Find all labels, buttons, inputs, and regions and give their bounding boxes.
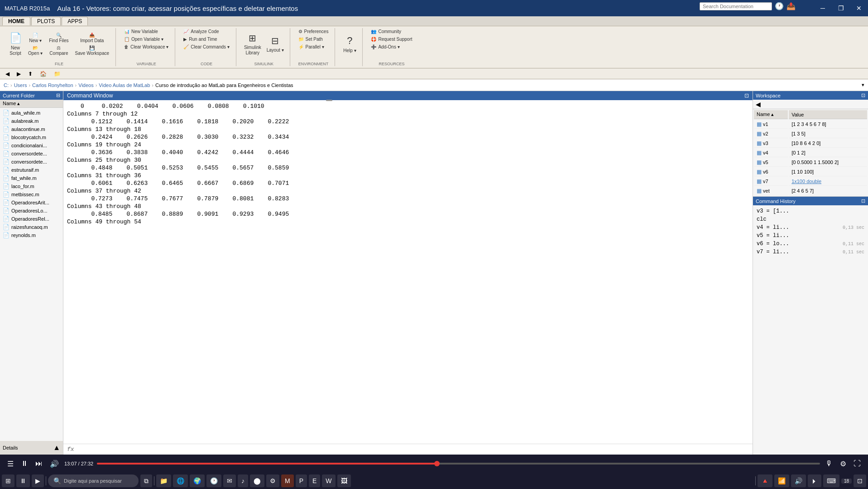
new-script-button[interactable]: 📄 NewScript xyxy=(6,28,24,60)
analyze-code-button[interactable]: 📈 Analyze Code xyxy=(181,28,221,35)
list-item[interactable]: 📄 condicionalani... xyxy=(1,141,62,150)
list-item[interactable]: 📄 raizesfuncaoq.m xyxy=(1,223,62,231)
taskbar-pause[interactable]: ⏸ xyxy=(16,474,30,487)
restore-button[interactable]: ❐ xyxy=(832,0,850,16)
settings-button[interactable]: ⚙ xyxy=(838,460,848,468)
nav-up-button[interactable]: ⬆ xyxy=(26,71,34,77)
list-item[interactable]: 📄 reynolds.m xyxy=(1,231,62,239)
list-item[interactable]: 📄 estruturaif.m xyxy=(1,166,62,174)
save-workspace-button[interactable]: 💾 Save Workspace xyxy=(72,44,112,57)
workspace-panel-icon[interactable]: ⊡ xyxy=(861,92,865,98)
tab-home[interactable]: HOME xyxy=(2,17,30,25)
mic-button[interactable]: 🎙 xyxy=(824,460,834,468)
word-taskbar-button[interactable]: W xyxy=(322,474,335,487)
find-files-button[interactable]: 🔍 Find Files xyxy=(46,32,71,44)
volume-button[interactable]: 🔊 xyxy=(48,460,61,468)
progress-track[interactable] xyxy=(97,463,820,465)
community-button[interactable]: 👥 Community xyxy=(368,28,404,35)
history-item[interactable]: v5 = li... xyxy=(757,232,864,240)
breadcrumb-users[interactable]: Users xyxy=(14,82,27,88)
add-ons-button[interactable]: ➕ Add-Ons ▾ xyxy=(368,44,402,50)
workspace-back-button[interactable]: ◀ xyxy=(754,101,762,108)
list-item[interactable]: 📄 laco_for.m xyxy=(1,182,62,190)
list-item[interactable]: 📄 aula_while.m xyxy=(1,109,62,117)
system-clock[interactable]: 18 xyxy=(841,479,852,484)
history-item[interactable]: v7 = li... 0,11 sec xyxy=(757,248,864,256)
settings-taskbar-button[interactable]: ⚙ xyxy=(266,474,279,487)
list-item[interactable]: 📄 fat_while.m xyxy=(1,174,62,182)
list-item[interactable]: 📄 conversordete... xyxy=(1,158,62,166)
ie-button[interactable]: 🌍 xyxy=(190,474,205,487)
fullscreen-button[interactable]: ⛶ xyxy=(852,460,863,468)
keyboard-button[interactable]: ⌨ xyxy=(823,474,839,487)
command-body[interactable]: 0 0.0202 0.0404 0.0606 0.0808 0.1010 Col… xyxy=(63,100,753,444)
powerpoint-taskbar-button[interactable]: P xyxy=(296,474,307,487)
close-button[interactable]: ✕ xyxy=(850,0,868,16)
tab-plots[interactable]: PLOTS xyxy=(31,17,61,25)
list-item[interactable]: 📄 aulacontinue.m xyxy=(1,125,62,133)
tab-apps[interactable]: APPS xyxy=(62,17,88,25)
playback-button[interactable]: ⏵ xyxy=(808,474,821,487)
taskbar-play[interactable]: ▶ xyxy=(32,474,44,487)
nav-forward-button[interactable]: ▶ xyxy=(15,71,23,77)
list-item[interactable]: 📄 OperadoresLo... xyxy=(1,207,62,215)
clear-workspace-button[interactable]: 🗑 Clear Workspace ▾ xyxy=(121,44,171,50)
set-path-button[interactable]: 📁 Set Path xyxy=(296,36,326,43)
table-row[interactable]: ▦ v4 [0 1 2] xyxy=(754,149,867,157)
chrome-button[interactable]: ⬤ xyxy=(250,474,264,487)
import-data-button[interactable]: 📥 Import Data xyxy=(72,32,112,44)
table-row[interactable]: ▦ v6 [1 10 100] xyxy=(754,168,867,176)
taskbar-search[interactable]: 🔍 Digite aqui para pesquisar xyxy=(48,474,139,487)
next-button[interactable]: ⏭ xyxy=(34,460,44,468)
list-item[interactable]: 📄 aulabreak.m xyxy=(1,117,62,125)
list-item[interactable]: 📄 blocotrycatch.m xyxy=(1,133,62,141)
minimize-button[interactable]: ─ xyxy=(814,0,832,16)
spotify-button[interactable]: ♪ xyxy=(238,474,248,487)
menu-button[interactable]: ☰ xyxy=(5,460,15,468)
layout-button[interactable]: ⊟ Layout ▾ xyxy=(264,28,286,60)
excel-taskbar-button[interactable]: E xyxy=(309,474,320,487)
nav-folder-button[interactable]: 📁 xyxy=(52,71,62,77)
search-input[interactable] xyxy=(700,2,772,10)
command-prompt[interactable]: fx xyxy=(63,444,753,455)
show-desktop-button[interactable]: ⊡ xyxy=(854,474,866,487)
photos-taskbar-button[interactable]: 🖼 xyxy=(337,474,351,487)
open-button[interactable]: 📂 Open ▾ xyxy=(25,44,45,57)
list-item[interactable]: 📄 OperadoresRel... xyxy=(1,215,62,223)
parallel-button[interactable]: ⚡ Parallel ▾ xyxy=(296,44,327,50)
history-item[interactable]: v6 = lo... 0,11 sec xyxy=(757,240,864,248)
history-item[interactable]: v4 = li... 0,13 sec xyxy=(757,223,864,232)
table-row[interactable]: ▦ v3 [10 8 6 4 2 0] xyxy=(754,139,867,148)
volume-icon[interactable]: 🔊 xyxy=(791,474,806,487)
table-row[interactable]: ▦ vet [2 4 6 5 7] xyxy=(754,187,867,195)
breadcrumb-videos[interactable]: Videos xyxy=(78,82,93,88)
network-icon[interactable]: 📶 xyxy=(774,474,789,487)
task-view-button[interactable]: ⧉ xyxy=(140,474,152,487)
breadcrumb-matlab[interactable]: Video Aulas de MatLab xyxy=(99,82,150,88)
preferences-button[interactable]: ⚙ Preferences xyxy=(296,28,331,35)
table-row[interactable]: ▦ v5 [0 0.5000 1 1.5000 2] xyxy=(754,158,867,167)
var-value-link[interactable]: 1x100 double xyxy=(791,179,821,184)
list-item[interactable]: 📄 metbissec.m xyxy=(1,190,62,199)
clear-commands-button[interactable]: 🧹 Clear Commands ▾ xyxy=(181,44,232,50)
mail-button[interactable]: ✉ xyxy=(223,474,236,487)
table-row[interactable]: ▦ v2 [1 3 5] xyxy=(754,130,867,138)
history-item[interactable]: clc xyxy=(757,215,864,223)
compare-button[interactable]: ⚖ Compare xyxy=(46,44,71,57)
command-input[interactable] xyxy=(77,446,749,453)
file-explorer-button[interactable]: 📁 xyxy=(156,474,171,487)
table-row[interactable]: ▦ v7 1x100 double xyxy=(754,177,867,186)
breadcrumb-carlos[interactable]: Carlos Ronyhelton xyxy=(32,82,73,88)
new-variable-button[interactable]: 📊 New Variable xyxy=(121,28,161,35)
start-button[interactable]: ⊞ xyxy=(2,474,14,487)
folder-panel-icon[interactable]: ⊟ xyxy=(56,92,60,98)
clock-taskbar-button[interactable]: 🕐 xyxy=(206,474,221,487)
edge-button[interactable]: 🌐 xyxy=(173,474,188,487)
open-variable-button[interactable]: 📋 Open Variable ▾ xyxy=(121,36,166,43)
request-support-button[interactable]: 🛟 Request Support xyxy=(368,36,415,43)
list-item[interactable]: 📄 OperadoresArit... xyxy=(1,199,62,207)
nav-home-button[interactable]: 🏠 xyxy=(38,71,48,77)
details-collapse-icon[interactable]: ▲ xyxy=(53,444,60,452)
history-panel-icon[interactable]: ⊡ xyxy=(861,198,865,204)
nav-back-button[interactable]: ◀ xyxy=(4,71,11,77)
